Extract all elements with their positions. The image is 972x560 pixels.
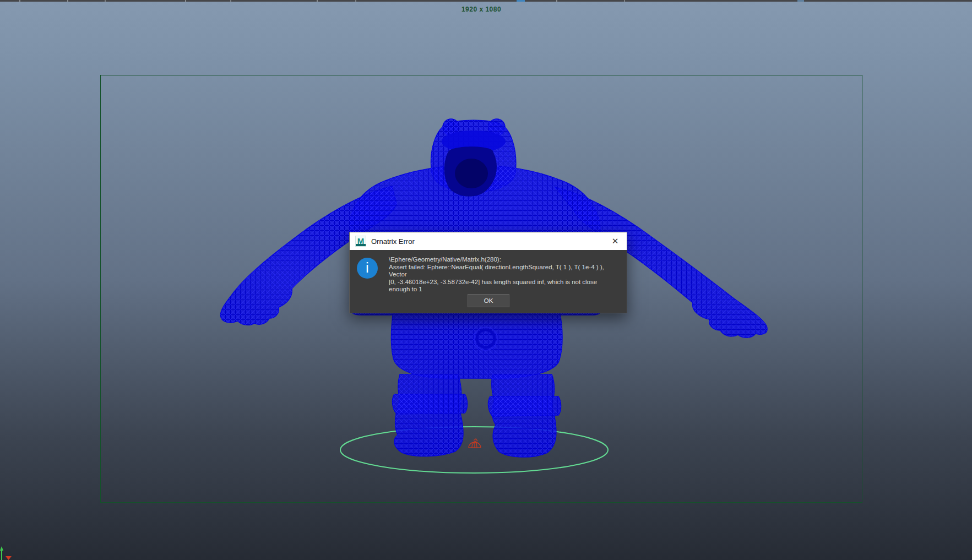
close-icon: ✕: [612, 236, 619, 246]
red-manipulator-gizmo[interactable]: [469, 439, 481, 448]
ground-circle-curve[interactable]: [340, 427, 608, 473]
message-line: Assert failed: Ephere::NearEqual( direct…: [389, 264, 623, 279]
character-muzzle-shadow: [455, 159, 488, 188]
message-line: \Ephere/Geometry/Native/Matrix.h(280):: [389, 256, 623, 264]
maya-icon-bar: [356, 244, 366, 246]
info-icon: i: [357, 258, 378, 279]
maya-app-icon: M: [355, 236, 366, 247]
view-axis-gizmo: [0, 546, 12, 560]
ornatrix-error-dialog: M Ornatrix Error ✕ i \Ephere/Geometry/Na…: [349, 232, 627, 313]
message-line: [0, -3.46018e+23, -3.58732e-42] has leng…: [389, 279, 623, 286]
dialog-titlebar[interactable]: M Ornatrix Error ✕: [350, 232, 627, 250]
maya-viewport[interactable]: 1920 x 1080: [0, 0, 972, 560]
close-button[interactable]: ✕: [607, 233, 623, 249]
dialog-message: \Ephere/Geometry/Native/Matrix.h(280): A…: [389, 256, 623, 293]
info-icon-glyph: i: [366, 259, 369, 276]
message-line: enough to 1: [389, 286, 623, 293]
ok-button[interactable]: OK: [468, 294, 509, 307]
dialog-title: Ornatrix Error: [371, 237, 415, 246]
